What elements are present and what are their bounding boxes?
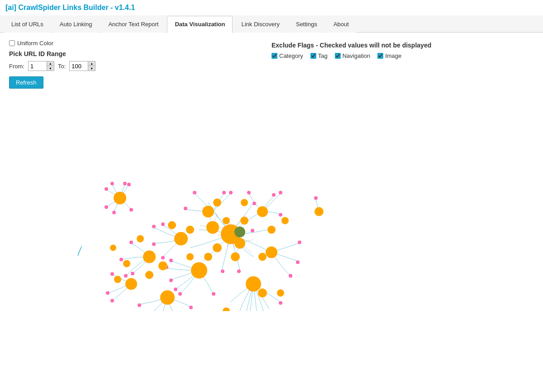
svg-point-75 [241,199,248,206]
svg-point-68 [314,207,324,216]
flag-category: Category [272,52,303,59]
svg-point-79 [168,221,176,229]
exclude-flags-title: Exclude Flags - Checked values will not … [272,42,534,49]
flag-image-checkbox[interactable] [377,53,383,59]
pick-url-label: Pick URL ID Range [9,50,272,57]
svg-point-77 [158,261,167,270]
svg-point-20 [129,241,133,244]
svg-point-53 [289,274,292,278]
svg-point-25 [106,291,110,295]
tab-data-visualization[interactable]: Data Visualization [167,16,233,33]
from-increment-btn[interactable]: ▲ [47,61,54,66]
svg-point-86 [281,217,289,224]
refresh-button[interactable]: Refresh [9,76,43,89]
uniform-color-row: Uniform Color [9,40,272,47]
flags-row: Category Tag Navigation Image [272,52,534,59]
svg-point-54 [314,196,318,200]
svg-point-12 [247,191,251,194]
svg-point-65 [202,206,214,217]
svg-point-59 [191,262,207,279]
svg-point-31 [169,259,173,262]
svg-point-43 [298,241,301,244]
to-increment-btn[interactable]: ▲ [88,61,95,66]
svg-point-4 [123,182,127,185]
svg-point-72 [204,253,212,261]
svg-point-63 [246,276,261,292]
left-controls: Uniform Color Pick URL ID Range From: 1 … [9,40,272,89]
tab-list-of-urls[interactable]: List of URLs [4,16,51,33]
svg-point-23 [110,299,114,302]
flag-category-label: Category [279,52,303,59]
flag-tag-checkbox[interactable] [310,53,316,59]
svg-point-66 [257,206,268,217]
svg-point-93 [234,227,245,237]
svg-point-13 [279,213,282,217]
flag-navigation: Navigation [335,52,370,59]
svg-point-37 [251,229,254,232]
tab-about[interactable]: About [326,16,357,33]
svg-point-85 [267,226,276,234]
svg-point-2 [105,205,108,209]
svg-point-80 [137,235,144,242]
to-decrement-btn[interactable]: ▼ [88,66,95,71]
uniform-color-label: Uniform Color [17,40,53,47]
svg-point-41 [296,260,300,264]
tab-bar: List of URLs Auto Linking Anchor Text Re… [0,15,543,33]
from-label: From: [9,63,24,70]
flag-navigation-checkbox[interactable] [335,53,341,59]
network-graph[interactable] [9,94,534,311]
svg-point-60 [160,290,175,305]
from-spinner-buttons: ▲ ▼ [47,61,54,71]
svg-point-18 [152,225,156,228]
svg-point-69 [213,243,222,252]
right-controls: Exclude Flags - Checked values will not … [272,40,534,59]
svg-point-9 [184,207,187,210]
svg-point-58 [174,232,188,246]
range-row: From: 1 ▲ ▼ To: 100 ▲ ▼ [9,61,272,71]
svg-point-1 [127,183,131,186]
svg-point-15 [161,222,165,226]
flag-image: Image [377,52,401,59]
to-spinner-buttons: ▲ ▼ [88,61,95,71]
svg-point-39 [237,269,241,273]
svg-point-56 [206,221,219,234]
content-area: Uniform Color Pick URL ID Range From: 1 … [0,33,543,318]
svg-point-14 [272,193,276,197]
svg-point-36 [189,306,193,309]
svg-point-70 [240,217,248,225]
svg-point-76 [186,226,194,234]
svg-point-24 [110,272,114,276]
controls-row: Uniform Color Pick URL ID Range From: 1 … [9,40,534,89]
from-input[interactable]: 1 [29,62,47,71]
svg-point-26 [178,292,182,296]
from-decrement-btn[interactable]: ▼ [47,66,54,71]
flag-navigation-label: Navigation [343,52,370,59]
svg-point-67 [114,192,126,204]
tab-link-discovery[interactable]: Link Discovery [233,16,287,33]
svg-point-8 [229,191,233,194]
flag-category-checkbox[interactable] [272,53,277,59]
flag-tag-label: Tag [318,52,328,59]
visualization-container [9,94,534,311]
uniform-color-checkbox[interactable] [9,40,15,46]
svg-point-34 [138,303,141,307]
from-spinner[interactable]: 1 ▲ ▼ [28,61,54,71]
svg-point-62 [125,278,137,290]
svg-point-82 [123,260,130,267]
svg-point-5 [110,182,114,185]
svg-point-88 [258,288,267,298]
to-spinner[interactable]: 100 ▲ ▼ [69,61,95,71]
svg-point-38 [252,202,256,205]
svg-point-73 [231,252,240,261]
to-input[interactable]: 100 [70,62,88,71]
tab-auto-linking[interactable]: Auto Linking [52,16,100,33]
svg-point-52 [279,301,282,305]
tab-settings[interactable]: Settings [288,16,325,33]
svg-point-57 [234,238,245,249]
svg-point-3 [129,208,133,212]
exclude-flags-section: Exclude Flags - Checked values will not … [272,42,534,59]
tab-anchor-text-report[interactable]: Anchor Text Report [100,16,166,33]
svg-point-0 [105,187,108,191]
svg-point-28 [169,279,173,282]
svg-point-92 [223,307,230,311]
